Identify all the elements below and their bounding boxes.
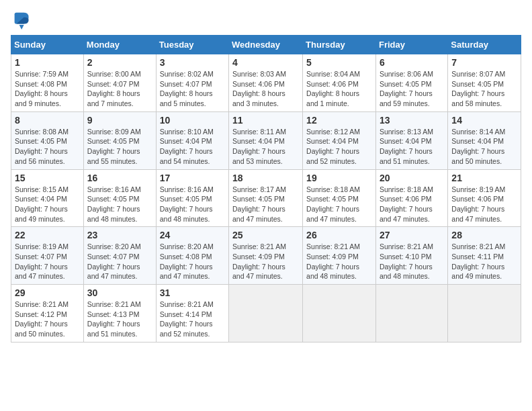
day-number: 14 <box>451 115 517 126</box>
day-number: 12 <box>306 115 372 126</box>
week-row-4: 22Sunrise: 8:19 AMSunset: 4:07 PMDayligh… <box>11 227 521 285</box>
day-number: 8 <box>15 115 80 126</box>
day-info: Sunrise: 8:06 AMSunset: 4:05 PMDaylight:… <box>380 69 444 109</box>
day-number: 28 <box>451 230 517 240</box>
calendar-cell: 1Sunrise: 7:59 AMSunset: 4:08 PMDaylight… <box>11 54 84 112</box>
calendar-cell: 17Sunrise: 8:16 AMSunset: 4:05 PMDayligh… <box>156 169 228 227</box>
day-info: Sunrise: 8:12 AMSunset: 4:04 PMDaylight:… <box>306 127 372 167</box>
day-info: Sunrise: 8:19 AMSunset: 4:07 PMDaylight:… <box>15 242 80 281</box>
calendar-cell: 18Sunrise: 8:17 AMSunset: 4:05 PMDayligh… <box>229 169 303 227</box>
day-number: 9 <box>87 115 152 126</box>
calendar-cell: 13Sunrise: 8:13 AMSunset: 4:04 PMDayligh… <box>375 111 447 169</box>
day-info: Sunrise: 8:11 AMSunset: 4:04 PMDaylight:… <box>232 127 299 167</box>
day-number: 13 <box>380 115 444 126</box>
day-number: 19 <box>306 173 372 183</box>
day-number: 17 <box>160 173 225 183</box>
calendar-cell: 15Sunrise: 8:15 AMSunset: 4:04 PMDayligh… <box>11 169 84 227</box>
day-number: 18 <box>232 173 299 183</box>
calendar-cell: 28Sunrise: 8:21 AMSunset: 4:11 PMDayligh… <box>448 227 521 285</box>
day-number: 2 <box>87 57 152 68</box>
page-header <box>11 11 521 30</box>
calendar-cell: 25Sunrise: 8:21 AMSunset: 4:09 PMDayligh… <box>229 227 303 285</box>
calendar-cell: 6Sunrise: 8:06 AMSunset: 4:05 PMDaylight… <box>375 54 447 112</box>
calendar-cell: 22Sunrise: 8:19 AMSunset: 4:07 PMDayligh… <box>11 227 84 285</box>
day-number: 26 <box>306 230 372 240</box>
svg-marker-0 <box>19 25 24 30</box>
calendar-cell: 20Sunrise: 8:18 AMSunset: 4:06 PMDayligh… <box>375 169 447 227</box>
day-number: 27 <box>380 230 444 240</box>
calendar-cell: 24Sunrise: 8:20 AMSunset: 4:08 PMDayligh… <box>156 227 228 285</box>
calendar-cell: 31Sunrise: 8:21 AMSunset: 4:14 PMDayligh… <box>156 285 228 342</box>
week-row-3: 15Sunrise: 8:15 AMSunset: 4:04 PMDayligh… <box>11 169 521 227</box>
week-row-2: 8Sunrise: 8:08 AMSunset: 4:05 PMDaylight… <box>11 111 521 169</box>
calendar-cell: 11Sunrise: 8:11 AMSunset: 4:04 PMDayligh… <box>229 111 303 169</box>
day-info: Sunrise: 8:18 AMSunset: 4:05 PMDaylight:… <box>306 185 372 224</box>
day-info: Sunrise: 8:21 AMSunset: 4:11 PMDaylight:… <box>451 242 517 281</box>
calendar-cell <box>229 285 303 342</box>
day-number: 10 <box>160 115 225 126</box>
day-number: 11 <box>232 115 299 126</box>
calendar-cell: 2Sunrise: 8:00 AMSunset: 4:07 PMDaylight… <box>83 54 156 112</box>
day-info: Sunrise: 8:09 AMSunset: 4:05 PMDaylight:… <box>87 127 152 167</box>
day-info: Sunrise: 8:04 AMSunset: 4:06 PMDaylight:… <box>306 69 372 109</box>
day-number: 20 <box>380 173 444 183</box>
calendar-cell: 23Sunrise: 8:20 AMSunset: 4:07 PMDayligh… <box>83 227 156 285</box>
header-monday: Monday <box>83 36 156 54</box>
day-number: 30 <box>87 287 152 298</box>
day-info: Sunrise: 8:02 AMSunset: 4:07 PMDaylight:… <box>160 69 225 109</box>
day-info: Sunrise: 8:18 AMSunset: 4:06 PMDaylight:… <box>380 185 444 224</box>
calendar-cell: 8Sunrise: 8:08 AMSunset: 4:05 PMDaylight… <box>11 111 84 169</box>
calendar-cell: 9Sunrise: 8:09 AMSunset: 4:05 PMDaylight… <box>83 111 156 169</box>
calendar-cell: 7Sunrise: 8:07 AMSunset: 4:05 PMDaylight… <box>448 54 521 112</box>
day-info: Sunrise: 8:21 AMSunset: 4:09 PMDaylight:… <box>306 242 372 281</box>
day-number: 3 <box>160 57 225 68</box>
day-info: Sunrise: 8:15 AMSunset: 4:04 PMDaylight:… <box>15 185 80 224</box>
day-info: Sunrise: 8:20 AMSunset: 4:07 PMDaylight:… <box>87 242 152 281</box>
day-info: Sunrise: 8:13 AMSunset: 4:04 PMDaylight:… <box>380 127 444 167</box>
calendar-cell: 30Sunrise: 8:21 AMSunset: 4:13 PMDayligh… <box>83 285 156 342</box>
header-friday: Friday <box>375 36 447 54</box>
calendar-cell: 21Sunrise: 8:19 AMSunset: 4:06 PMDayligh… <box>448 169 521 227</box>
day-info: Sunrise: 8:21 AMSunset: 4:13 PMDaylight:… <box>87 300 152 339</box>
day-number: 1 <box>15 57 80 68</box>
calendar-cell: 4Sunrise: 8:03 AMSunset: 4:06 PMDaylight… <box>229 54 303 112</box>
header-tuesday: Tuesday <box>156 36 228 54</box>
day-number: 5 <box>306 57 372 68</box>
week-row-5: 29Sunrise: 8:21 AMSunset: 4:12 PMDayligh… <box>11 285 521 342</box>
day-number: 6 <box>380 57 444 68</box>
day-number: 21 <box>451 173 517 183</box>
day-info: Sunrise: 8:16 AMSunset: 4:05 PMDaylight:… <box>160 185 225 224</box>
day-number: 4 <box>232 57 299 68</box>
day-number: 7 <box>451 57 517 68</box>
day-info: Sunrise: 8:20 AMSunset: 4:08 PMDaylight:… <box>160 242 225 281</box>
day-info: Sunrise: 8:21 AMSunset: 4:09 PMDaylight:… <box>232 242 299 281</box>
day-info: Sunrise: 8:07 AMSunset: 4:05 PMDaylight:… <box>451 69 517 109</box>
header-saturday: Saturday <box>448 36 521 54</box>
calendar-cell: 12Sunrise: 8:12 AMSunset: 4:04 PMDayligh… <box>303 111 376 169</box>
calendar-cell: 26Sunrise: 8:21 AMSunset: 4:09 PMDayligh… <box>303 227 376 285</box>
day-info: Sunrise: 8:17 AMSunset: 4:05 PMDaylight:… <box>232 185 299 224</box>
day-info: Sunrise: 8:21 AMSunset: 4:10 PMDaylight:… <box>380 242 444 281</box>
calendar-cell: 10Sunrise: 8:10 AMSunset: 4:04 PMDayligh… <box>156 111 228 169</box>
day-info: Sunrise: 8:14 AMSunset: 4:04 PMDaylight:… <box>451 127 517 167</box>
day-number: 24 <box>160 230 225 240</box>
calendar-cell <box>448 285 521 342</box>
day-number: 22 <box>15 230 80 240</box>
calendar-cell: 16Sunrise: 8:16 AMSunset: 4:05 PMDayligh… <box>83 169 156 227</box>
header-row: SundayMondayTuesdayWednesdayThursdayFrid… <box>11 36 521 54</box>
calendar-cell: 5Sunrise: 8:04 AMSunset: 4:06 PMDaylight… <box>303 54 376 112</box>
logo <box>11 11 32 30</box>
day-info: Sunrise: 8:10 AMSunset: 4:04 PMDaylight:… <box>160 127 225 167</box>
day-info: Sunrise: 8:08 AMSunset: 4:05 PMDaylight:… <box>15 127 80 167</box>
day-info: Sunrise: 8:16 AMSunset: 4:05 PMDaylight:… <box>87 185 152 224</box>
day-number: 16 <box>87 173 152 183</box>
day-info: Sunrise: 8:21 AMSunset: 4:12 PMDaylight:… <box>15 300 80 339</box>
week-row-1: 1Sunrise: 7:59 AMSunset: 4:08 PMDaylight… <box>11 54 521 112</box>
day-number: 31 <box>160 287 225 298</box>
calendar-cell: 3Sunrise: 8:02 AMSunset: 4:07 PMDaylight… <box>156 54 228 112</box>
header-sunday: Sunday <box>11 36 84 54</box>
calendar-cell <box>303 285 376 342</box>
calendar-cell: 19Sunrise: 8:18 AMSunset: 4:05 PMDayligh… <box>303 169 376 227</box>
day-info: Sunrise: 8:19 AMSunset: 4:06 PMDaylight:… <box>451 185 517 224</box>
calendar-table: SundayMondayTuesdayWednesdayThursdayFrid… <box>11 35 521 342</box>
